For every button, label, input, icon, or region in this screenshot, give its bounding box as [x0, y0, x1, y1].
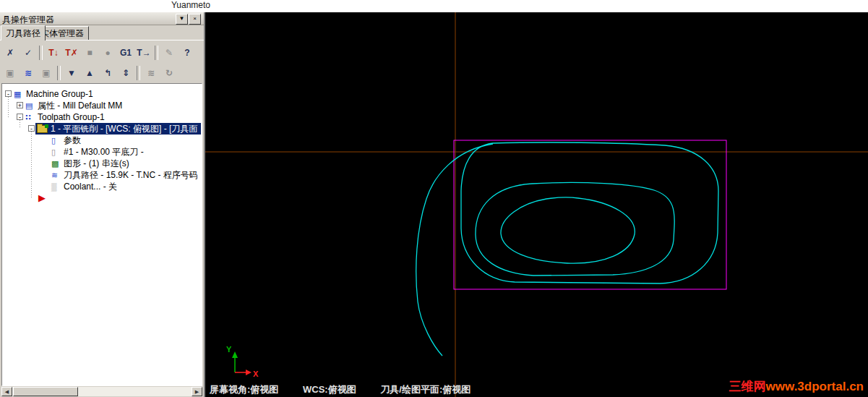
axis-x-label: X: [253, 370, 259, 378]
panel-tabs: 刀具路径 实体管理器: [0, 25, 204, 40]
tab-toolpaths[interactable]: 刀具路径: [1, 25, 46, 40]
coolant-icon: ▒: [51, 181, 57, 192]
lock-icon[interactable]: ▣: [1, 65, 19, 82]
tree-item-coolant[interactable]: ▒ Coolant... - 关: [2, 181, 202, 192]
application-window: Yuanmeto 具操作管理器 ▼ × 刀具路径 实体管理器 ✗ ✓ T↓ T✗…: [0, 0, 868, 397]
tree-item-label: Coolant... - 关: [64, 181, 117, 192]
toolpath-file-icon: ≋: [51, 169, 58, 181]
selected-operation-row[interactable]: 1 - 平面铣削 - [WCS: 俯视图] - [刀具面: [35, 123, 201, 135]
insert-arrow-icon: ▶: [38, 192, 46, 204]
tree-item-label: 图形 - (1) 串连(s): [64, 158, 129, 169]
viewport-status-bar: 屏幕视角:俯视图 WCS:俯视图 刀具/绘图平面:俯视图: [210, 383, 492, 396]
parameters-icon: ▯: [51, 135, 56, 146]
watermark-site: 三维网: [729, 380, 766, 393]
toolpath-middle-loop[interactable]: [476, 182, 674, 276]
watermark: 三维网www.3dportal.cn: [729, 378, 864, 395]
expander-icon[interactable]: -: [28, 125, 35, 132]
panel-title-bar: 具操作管理器 ▼ ×: [0, 12, 204, 25]
status-wcs: WCS:俯视图: [303, 384, 356, 395]
toolbar-row-2: ▣ ≋ ▣ ▼ ▲ ↰ ⇕ ≋ ↻: [1, 64, 202, 82]
tree-item-parameters[interactable]: ▯ 参数: [2, 135, 202, 146]
tree-item-toolpath-group[interactable]: - ∷ Toolpath Group-1: [2, 111, 202, 123]
scrollbar-thumb[interactable]: [13, 387, 78, 396]
tree-item-tool[interactable]: ▯ #1 - M30.00 平底刀 -: [2, 146, 202, 158]
t-x-icon[interactable]: T✗: [63, 45, 80, 61]
select-check-icon[interactable]: ✓: [20, 45, 37, 61]
tree-item-label: 参数: [64, 135, 81, 146]
tree-item-label: 刀具路径 - 15.9K - T.NC - 程序号码: [64, 169, 198, 181]
t-down-icon[interactable]: T↓: [45, 45, 62, 61]
panel-horizontal-scrollbar[interactable]: ◀ ▶: [1, 387, 202, 396]
tree-item-label: Machine Group-1: [26, 88, 93, 100]
tree-item-operation-1[interactable]: - 1 - 平面铣削 - [WCS: 俯视图] - [刀具面: [2, 123, 202, 135]
operations-manager-panel: 具操作管理器 ▼ × 刀具路径 实体管理器 ✗ ✓ T↓ T✗ ■ ● G1 T…: [0, 12, 205, 397]
panel-dropdown-button[interactable]: ▼: [176, 14, 188, 25]
t-arrow-icon[interactable]: T→: [135, 45, 152, 61]
scroll-right-button[interactable]: ▶: [192, 387, 202, 396]
panel-title: 具操作管理器: [2, 14, 54, 26]
move-up-icon[interactable]: ▲: [81, 65, 98, 82]
ghost-waves-icon[interactable]: ≋: [142, 65, 160, 82]
top-strip-text: Yuanmeto: [171, 0, 210, 10]
tool-icon: ▯: [51, 146, 56, 158]
clipboard-icon[interactable]: ▣: [38, 65, 55, 82]
operations-tree: - ▦ Machine Group-1 + ▤ 属性 - Mill Defaul…: [1, 83, 202, 386]
scroll-updown-icon[interactable]: ⇕: [117, 65, 134, 82]
geometry-icon: ▩: [51, 158, 59, 169]
panel-close-button[interactable]: ×: [189, 14, 201, 25]
status-cplane: 刀具/绘图平面:俯视图: [380, 384, 470, 395]
boundary-rect[interactable]: [454, 140, 726, 289]
axis-x-arrowhead: [246, 370, 252, 375]
expander-icon[interactable]: -: [17, 114, 23, 120]
square-icon[interactable]: ■: [81, 45, 98, 61]
toolpath-group-icon: ∷: [25, 111, 31, 123]
toolpath-inner-loop[interactable]: [501, 197, 635, 263]
tree-item-toolpath-file[interactable]: ≋ 刀具路径 - 15.9K - T.NC - 程序号码: [2, 169, 202, 181]
pencil-icon[interactable]: ✎: [160, 45, 178, 61]
expander-icon[interactable]: +: [17, 102, 23, 108]
toolbar-separator: [137, 66, 140, 80]
status-screen-view: 屏幕视角:俯视图: [210, 384, 278, 395]
tree-item-properties[interactable]: + ▤ 属性 - Mill Default MM: [2, 100, 202, 111]
tree-item-label: Toolpath Group-1: [38, 111, 105, 123]
toolbar-separator: [155, 46, 158, 60]
viewport-canvas[interactable]: Y X: [205, 12, 868, 397]
select-x-icon[interactable]: ✗: [1, 45, 19, 61]
insert-up-icon[interactable]: ↰: [99, 65, 116, 82]
top-strip: Yuanmeto: [0, 0, 868, 12]
tree-item-label: 1 - 平面铣削 - [WCS: 俯视图] - [刀具面: [51, 123, 197, 135]
toolpath-lead-in[interactable]: [416, 144, 493, 356]
properties-icon: ▤: [25, 100, 33, 111]
graphics-viewport[interactable]: Y X 屏幕视角:俯视图 WCS:俯视图 刀具/绘图平面:俯视图 三维网www.…: [205, 12, 868, 397]
tree-item-geometry[interactable]: ▩ 图形 - (1) 串连(s): [2, 158, 202, 169]
axis-y-arrowhead: [232, 351, 238, 358]
axis-y-label: Y: [226, 345, 232, 354]
insert-position-row[interactable]: ▶: [2, 192, 202, 204]
machine-group-icon: ▦: [14, 88, 21, 100]
folder-icon: [37, 125, 48, 133]
help-icon[interactable]: ?: [179, 45, 196, 61]
tree-item-label: 属性 - Mill Default MM: [38, 100, 122, 111]
toolbar-row-1: ✗ ✓ T↓ T✗ ■ ● G1 T→ ✎ ?: [1, 43, 202, 63]
watermark-url: www.3dportal.cn: [766, 380, 864, 393]
scroll-left-button[interactable]: ◀: [1, 387, 12, 396]
toolbar-separator: [39, 46, 43, 60]
tree-item-machine-group[interactable]: - ▦ Machine Group-1: [2, 88, 202, 100]
expander-icon[interactable]: -: [5, 90, 12, 97]
tree-item-label: #1 - M30.00 平底刀 -: [64, 146, 144, 158]
move-down-icon[interactable]: ▼: [63, 65, 80, 82]
toolbar-separator: [57, 66, 61, 80]
regen-icon[interactable]: ↻: [160, 65, 178, 82]
circle-icon[interactable]: ●: [99, 45, 116, 61]
toolpath-waves-icon[interactable]: ≋: [20, 65, 37, 82]
g1-icon[interactable]: G1: [117, 45, 134, 61]
